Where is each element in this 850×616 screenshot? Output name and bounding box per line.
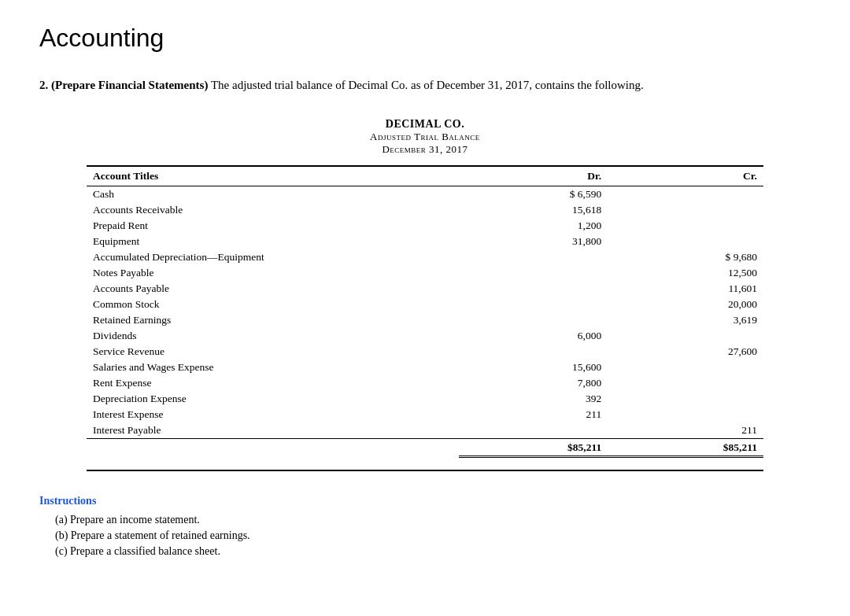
cr-cell bbox=[608, 375, 763, 391]
account-cell: Prepaid Rent bbox=[87, 218, 459, 234]
table-row: Accounts Payable11,601 bbox=[87, 281, 763, 297]
bottom-border bbox=[87, 470, 763, 471]
cr-cell bbox=[608, 186, 763, 202]
instructions-section: Instructions (a) Prepare an income state… bbox=[39, 495, 811, 558]
company-name: DECIMAL CO. bbox=[87, 118, 763, 131]
report-title: Adjusted Trial Balance bbox=[87, 131, 763, 143]
trial-balance-table: Account Titles Dr. Cr. Cash$ 6,590Accoun… bbox=[87, 165, 763, 458]
cr-cell: 3,619 bbox=[608, 312, 763, 328]
account-cell: Service Revenue bbox=[87, 344, 459, 360]
account-cell: Accumulated Depreciation—Equipment bbox=[87, 249, 459, 265]
table-row: Accounts Receivable15,618 bbox=[87, 202, 763, 218]
dr-cell: 15,600 bbox=[459, 360, 608, 375]
instruction-item: (c) Prepare a classified balance sheet. bbox=[55, 545, 811, 558]
account-cell: Equipment bbox=[87, 234, 459, 249]
company-header: DECIMAL CO. Adjusted Trial Balance Decem… bbox=[87, 118, 763, 156]
page-title: Accounting bbox=[39, 24, 811, 53]
table-row: Cash$ 6,590 bbox=[87, 186, 763, 202]
account-cell: Accounts Payable bbox=[87, 281, 459, 297]
problem-text: The adjusted trial balance of Decimal Co… bbox=[208, 79, 643, 91]
account-cell: Dividends bbox=[87, 328, 459, 344]
table-row: Dividends6,000 bbox=[87, 328, 763, 344]
dr-cell bbox=[459, 265, 608, 281]
account-cell: Depreciation Expense bbox=[87, 391, 459, 407]
table-row: Salaries and Wages Expense15,600 bbox=[87, 360, 763, 375]
cr-cell bbox=[608, 360, 763, 375]
dr-cell: 7,800 bbox=[459, 375, 608, 391]
instructions-list: (a) Prepare an income statement.(b) Prep… bbox=[39, 514, 811, 558]
report-date: December 31, 2017 bbox=[87, 143, 763, 156]
dr-cell: $ 6,590 bbox=[459, 186, 608, 202]
dr-cell bbox=[459, 422, 608, 439]
table-row: Depreciation Expense392 bbox=[87, 391, 763, 407]
table-row: Common Stock20,000 bbox=[87, 297, 763, 312]
table-row: Interest Expense211 bbox=[87, 407, 763, 422]
cr-cell: 12,500 bbox=[608, 265, 763, 281]
total-account-cell bbox=[87, 438, 459, 456]
table-row: Service Revenue27,600 bbox=[87, 344, 763, 360]
table-row: Retained Earnings3,619 bbox=[87, 312, 763, 328]
dr-cell: 1,200 bbox=[459, 218, 608, 234]
table-row: Accumulated Depreciation—Equipment$ 9,68… bbox=[87, 249, 763, 265]
cr-cell bbox=[608, 218, 763, 234]
dr-cell bbox=[459, 312, 608, 328]
account-cell: Accounts Receivable bbox=[87, 202, 459, 218]
table-row: Notes Payable12,500 bbox=[87, 265, 763, 281]
cr-cell: 211 bbox=[608, 422, 763, 439]
problem-label: (Prepare Financial Statements) bbox=[51, 79, 208, 91]
cr-cell: 11,601 bbox=[608, 281, 763, 297]
dr-cell bbox=[459, 249, 608, 265]
account-cell: Rent Expense bbox=[87, 375, 459, 391]
table-row: Prepaid Rent1,200 bbox=[87, 218, 763, 234]
dr-cell: 392 bbox=[459, 391, 608, 407]
cr-cell bbox=[608, 234, 763, 249]
dr-cell bbox=[459, 297, 608, 312]
table-row: Rent Expense7,800 bbox=[87, 375, 763, 391]
cr-cell bbox=[608, 202, 763, 218]
table-header-row: Account Titles Dr. Cr. bbox=[87, 166, 763, 186]
instruction-item: (a) Prepare an income statement. bbox=[55, 514, 811, 526]
account-cell: Cash bbox=[87, 186, 459, 202]
col-dr-header: Dr. bbox=[459, 166, 608, 186]
account-cell: Interest Payable bbox=[87, 422, 459, 439]
total-row: $85,211$85,211 bbox=[87, 438, 763, 456]
dr-cell: 31,800 bbox=[459, 234, 608, 249]
table-row: Interest Payable211 bbox=[87, 422, 763, 439]
dr-cell bbox=[459, 344, 608, 360]
dr-cell: 211 bbox=[459, 407, 608, 422]
instruction-item: (b) Prepare a statement of retained earn… bbox=[55, 529, 811, 542]
trial-balance-container: DECIMAL CO. Adjusted Trial Balance Decem… bbox=[87, 118, 763, 471]
col-cr-header: Cr. bbox=[608, 166, 763, 186]
cr-cell bbox=[608, 328, 763, 344]
instructions-label: Instructions bbox=[39, 495, 811, 507]
total-cr-cell: $85,211 bbox=[608, 438, 763, 456]
cr-cell bbox=[608, 407, 763, 422]
dr-cell: 15,618 bbox=[459, 202, 608, 218]
cr-cell: 27,600 bbox=[608, 344, 763, 360]
account-cell: Interest Expense bbox=[87, 407, 459, 422]
account-cell: Retained Earnings bbox=[87, 312, 459, 328]
col-account-header: Account Titles bbox=[87, 166, 459, 186]
cr-cell bbox=[608, 391, 763, 407]
problem-statement: 2. (Prepare Financial Statements) The ad… bbox=[39, 76, 748, 94]
dr-cell bbox=[459, 281, 608, 297]
account-cell: Salaries and Wages Expense bbox=[87, 360, 459, 375]
table-row: Equipment31,800 bbox=[87, 234, 763, 249]
problem-number: 2. bbox=[39, 79, 48, 91]
account-cell: Common Stock bbox=[87, 297, 459, 312]
cr-cell: 20,000 bbox=[608, 297, 763, 312]
total-dr-cell: $85,211 bbox=[459, 438, 608, 456]
account-cell: Notes Payable bbox=[87, 265, 459, 281]
cr-cell: $ 9,680 bbox=[608, 249, 763, 265]
dr-cell: 6,000 bbox=[459, 328, 608, 344]
